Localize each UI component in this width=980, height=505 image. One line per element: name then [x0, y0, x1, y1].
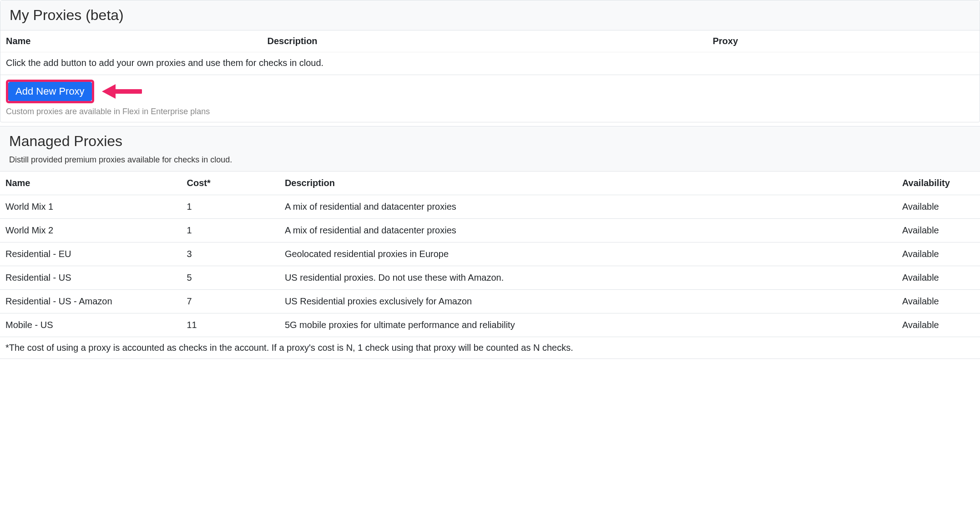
column-header-cost: Cost*: [181, 172, 279, 195]
managed-proxies-subtitle: Distill provided premium proxies availab…: [9, 155, 971, 165]
proxy-cost: 1: [181, 195, 279, 219]
column-header-proxy: Proxy: [712, 36, 974, 46]
column-header-availability: Availability: [897, 172, 980, 195]
managed-proxies-title: Managed Proxies: [9, 133, 971, 150]
proxy-description: Geolocated residential proxies in Europe: [279, 242, 897, 266]
proxy-availability: Available: [897, 195, 980, 219]
my-proxies-panel: My Proxies (beta) Name Description Proxy…: [0, 0, 980, 122]
proxy-cost: 11: [181, 313, 279, 337]
proxy-description: A mix of residential and datacenter prox…: [279, 219, 897, 242]
proxy-name: Residential - US - Amazon: [0, 290, 181, 313]
table-row: Residential - US - Amazon7US Residential…: [0, 290, 980, 313]
proxy-availability: Available: [897, 266, 980, 290]
managed-table-header-row: Name Cost* Description Availability: [0, 172, 980, 195]
column-header-name: Name: [0, 172, 181, 195]
proxy-description: US residential proxies. Do not use these…: [279, 266, 897, 290]
custom-proxy-hint: Custom proxies are available in Flexi in…: [6, 107, 974, 116]
column-header-name: Name: [6, 36, 268, 46]
proxy-availability: Available: [897, 290, 980, 313]
my-proxies-actions: Add New Proxy Custom proxies are availab…: [0, 75, 980, 122]
proxy-description: 5G mobile proxies for ultimate performan…: [279, 313, 897, 337]
proxy-description: US Residential proxies exclusively for A…: [279, 290, 897, 313]
column-header-description: Description: [279, 172, 897, 195]
arrow-left-icon: [101, 82, 142, 101]
table-row: World Mix 21A mix of residential and dat…: [0, 219, 980, 242]
add-new-proxy-button[interactable]: Add New Proxy: [8, 82, 92, 101]
proxy-availability: Available: [897, 242, 980, 266]
add-proxy-highlight: Add New Proxy: [6, 80, 94, 103]
proxy-cost: 7: [181, 290, 279, 313]
table-row: Residential - EU3Geolocated residential …: [0, 242, 980, 266]
cost-footnote: *The cost of using a proxy is accounted …: [0, 337, 980, 359]
proxy-cost: 3: [181, 242, 279, 266]
proxy-cost: 1: [181, 219, 279, 242]
proxy-cost: 5: [181, 266, 279, 290]
proxy-name: World Mix 1: [0, 195, 181, 219]
my-proxies-header: My Proxies (beta): [0, 0, 980, 30]
managed-proxies-panel: Managed Proxies Distill provided premium…: [0, 126, 980, 359]
proxy-name: Residential - EU: [0, 242, 181, 266]
column-header-description: Description: [268, 36, 713, 46]
managed-proxies-header: Managed Proxies Distill provided premium…: [0, 126, 980, 172]
proxy-availability: Available: [897, 219, 980, 242]
my-proxies-empty-message: Click the add button to add your own pro…: [0, 52, 980, 75]
proxy-description: A mix of residential and datacenter prox…: [279, 195, 897, 219]
table-row: Mobile - US115G mobile proxies for ultim…: [0, 313, 980, 337]
table-row: World Mix 11A mix of residential and dat…: [0, 195, 980, 219]
proxy-name: Mobile - US: [0, 313, 181, 337]
my-proxies-title: My Proxies (beta): [10, 7, 970, 24]
proxy-availability: Available: [897, 313, 980, 337]
proxy-name: World Mix 2: [0, 219, 181, 242]
my-proxies-column-headers: Name Description Proxy: [0, 30, 980, 52]
table-row: Residential - US5US residential proxies.…: [0, 266, 980, 290]
proxy-name: Residential - US: [0, 266, 181, 290]
managed-proxies-table: Name Cost* Description Availability Worl…: [0, 172, 980, 337]
